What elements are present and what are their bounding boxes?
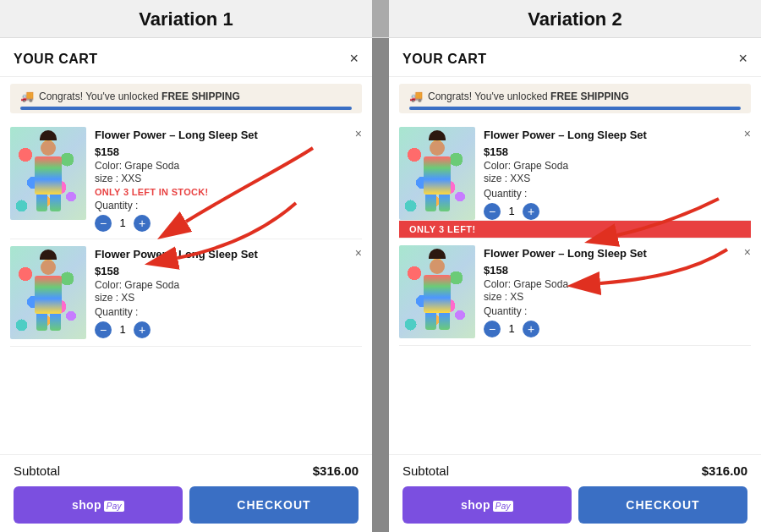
panel-divider [372,38,389,532]
free-shipping-v1: FREE SHIPPING [159,90,240,102]
subtotal-row-v2: Subtotal $316.00 [402,463,747,478]
stock-warning-v1-1: ONLY 3 LEFT IN STOCK! [95,187,362,197]
header-divider [372,0,389,37]
item-details-v2-2: Flower Power – Long Sleep Set $158 Color… [484,245,751,338]
cart-item-v2-2: Flower Power – Long Sleep Set $158 Color… [399,239,751,346]
progress-bg-v1 [20,107,352,110]
figure-head-v2-2 [430,259,445,274]
truck-icon-v2: 🚚 [409,90,423,102]
quantity-label-v1-1: Quantity : [95,200,362,211]
shipping-banner-v1: 🚚 Congrats! You've unlocked FREE SHIPPIN… [10,84,362,113]
shoppay-label-v1: shopPay [72,498,124,512]
pajama-graphic-v2-1 [399,127,475,220]
figure-hair-v2-1 [429,130,446,140]
figure-head-v1-2 [41,260,56,275]
cart-item-v1-1: Flower Power – Long Sleep Set $158 Color… [10,120,362,239]
item-size-v1-2: size : XS [95,292,362,304]
qty-decrease-v2-2[interactable]: − [484,321,501,337]
item-details-v1-1: Flower Power – Long Sleep Set $158 Color… [95,127,362,232]
figure-legs-v1-1 [30,195,67,211]
figure-body-v2-2 [424,275,451,313]
shoppay-pay-v1: Pay [104,501,124,512]
item-name-v1-2: Flower Power – Long Sleep Set [95,248,362,262]
item-remove-v2-1[interactable]: × [744,127,751,140]
qty-increase-v2-2[interactable]: + [523,321,539,337]
checkout-button-v2[interactable]: CHECKOUT [578,486,747,524]
shipping-congrats-v1: Congrats! You've unlocked FREE SHIPPING [39,90,240,102]
item-name-v2-1: Flower Power – Long Sleep Set [484,129,751,143]
qty-increase-v2-1[interactable]: + [523,203,539,220]
figure-leg-left-v2-2 [425,313,436,330]
figure-head-v1-1 [41,140,56,156]
item-price-v2-1: $158 [484,145,751,158]
qty-decrease-v2-1[interactable]: − [484,203,501,220]
cart-items-v2: Flower Power – Long Sleep Set $158 Color… [389,113,761,454]
item-color-v1-2: Color: Grape Soda [95,279,362,291]
button-row-v1: shopPay CHECKOUT [14,486,359,524]
item-image-v1-2 [10,246,86,339]
figure-v2-2 [419,261,456,337]
qty-increase-v1-2[interactable]: + [134,321,151,338]
close-button-v2[interactable]: × [738,50,747,68]
item-remove-v1-2[interactable]: × [355,246,362,260]
item-remove-v1-1[interactable]: × [355,127,362,140]
subtotal-value-v1: $316.00 [313,463,359,478]
item-remove-v2-2[interactable]: × [744,245,751,259]
shipping-text-v1: 🚚 Congrats! You've unlocked FREE SHIPPIN… [20,90,352,102]
figure-body-v1-2 [35,276,62,314]
qty-value-v2-2: 1 [507,322,516,335]
subtotal-value-v2: $316.00 [702,463,747,478]
item-color-v2-2: Color: Grape Soda [484,278,751,290]
qty-value-v1-1: 1 [118,217,127,229]
cart-footer-v2: Subtotal $316.00 shopPay CHECKOUT [389,454,761,532]
item-size-v2-1: size : XXS [484,173,751,184]
qty-increase-v1-1[interactable]: + [134,215,151,232]
subtotal-label-v2: Subtotal [402,463,449,478]
figure-hair-v1-1 [40,130,57,140]
pajama-graphic-v1-1 [10,127,86,220]
cart-item-v2-1: Flower Power – Long Sleep Set $158 Color… [399,120,751,221]
quantity-controls-v2-2: − 1 + [484,321,751,337]
subtotal-row-v1: Subtotal $316.00 [14,463,359,478]
item-details-v2-1: Flower Power – Long Sleep Set $158 Color… [484,127,751,220]
pajama-graphic-v1-2 [10,246,86,339]
variation-1-title: Variation 1 [0,0,372,37]
figure-leg-right-v1-1 [50,195,61,211]
cart-title-v1: YOUR CART [14,52,98,67]
figure-v1-2 [30,261,67,337]
shoppay-button-v2[interactable]: shopPay [402,486,572,524]
figure-hair-v2-2 [429,249,446,259]
pajama-graphic-v2-2 [399,245,475,338]
figure-leg-left-v2-1 [425,195,436,211]
item-color-v2-1: Color: Grape Soda [484,160,751,172]
quantity-label-v2-1: Quantity : [484,188,751,200]
checkout-button-v1[interactable]: CHECKOUT [189,486,359,524]
item-details-v1-2: Flower Power – Long Sleep Set $158 Color… [95,246,362,339]
quantity-controls-v1-1: − 1 + [95,215,362,232]
figure-legs-v2-2 [419,313,456,330]
figure-leg-right-v1-2 [50,314,61,331]
figure-body-v1-1 [35,156,62,195]
qty-decrease-v1-1[interactable]: − [95,215,112,232]
item-price-v1-2: $158 [95,265,362,277]
shoppay-button-v1[interactable]: shopPay [14,486,183,524]
progress-fill-v2 [409,107,741,110]
variation-1-panel: YOUR CART × 🚚 Congrats! You've unlocked … [0,38,372,532]
subtotal-label-v1: Subtotal [14,463,60,478]
header-row: Variation 1 Variation 2 [0,0,761,38]
close-button-v1[interactable]: × [349,50,359,68]
stock-warning-bar-v2-1: ONLY 3 LEFT! [399,221,751,239]
qty-decrease-v1-2[interactable]: − [95,321,112,338]
figure-leg-right-v2-1 [439,195,450,211]
item-size-v1-1: size : XXS [95,173,362,184]
cart-footer-v1: Subtotal $316.00 shopPay CHECKOUT [0,454,372,532]
cart-title-v2: YOUR CART [402,52,487,67]
qty-value-v1-2: 1 [118,323,127,336]
item-name-v1-1: Flower Power – Long Sleep Set [95,129,362,143]
cart-header-v2: YOUR CART × [389,38,761,77]
shipping-banner-v2: 🚚 Congrats! You've unlocked FREE SHIPPIN… [399,84,751,113]
panels-row: YOUR CART × 🚚 Congrats! You've unlocked … [0,38,761,532]
figure-leg-right-v2-2 [439,313,450,330]
figure-leg-left-v1-2 [36,314,47,331]
item-name-v2-2: Flower Power – Long Sleep Set [484,247,751,261]
